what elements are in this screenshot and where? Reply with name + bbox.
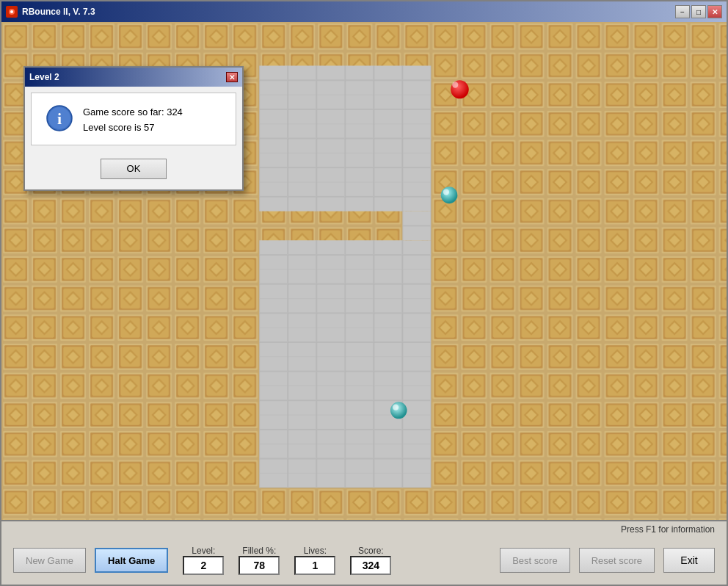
new-game-button[interactable]: New Game bbox=[13, 548, 86, 573]
lives-stat: Lives: 1 bbox=[294, 546, 335, 575]
level-label: Level: bbox=[192, 546, 215, 556]
title-bar: RBounce II, V. 7.3 − □ ✕ bbox=[1, 1, 727, 22]
score-value: 324 bbox=[350, 556, 391, 575]
close-button[interactable]: ✕ bbox=[707, 5, 722, 18]
info-text: Press F1 for information bbox=[621, 524, 715, 535]
info-icon: i bbox=[46, 105, 73, 131]
filled-value: 78 bbox=[239, 556, 280, 575]
modal-text: Game score so far: 324 Level score is 57 bbox=[83, 105, 221, 136]
modal-overlay: Level 2 ✕ i Game score so far: 324 Level… bbox=[1, 22, 727, 520]
window-title: RBounce II, V. 7.3 bbox=[22, 7, 675, 17]
lives-label: Lives: bbox=[304, 546, 327, 556]
game-score-text: Game score so far: 324 bbox=[83, 105, 221, 120]
exit-button[interactable]: Exit bbox=[663, 548, 715, 573]
app-icon bbox=[6, 6, 18, 18]
best-score-button[interactable]: Best score bbox=[500, 548, 569, 573]
halt-game-button[interactable]: Halt Game bbox=[95, 548, 168, 573]
app-window: RBounce II, V. 7.3 − □ ✕ bbox=[0, 0, 728, 586]
info-line: Press F1 for information bbox=[1, 521, 727, 536]
controls-bar: New Game Halt Game Level: 2 Filled %: 78… bbox=[1, 536, 727, 585]
status-bar: Press F1 for information New Game Halt G… bbox=[1, 520, 727, 585]
modal-ok-button[interactable]: OK bbox=[101, 159, 167, 179]
lives-value: 1 bbox=[294, 556, 335, 575]
window-controls: − □ ✕ bbox=[675, 5, 722, 18]
reset-score-button[interactable]: Reset score bbox=[579, 548, 655, 573]
minimize-button[interactable]: − bbox=[675, 5, 690, 18]
svg-text:i: i bbox=[57, 109, 62, 128]
modal-dialog: Level 2 ✕ i Game score so far: 324 Level… bbox=[23, 66, 244, 191]
modal-title: Level 2 bbox=[29, 72, 59, 82]
level-value: 2 bbox=[183, 556, 224, 575]
game-area: Level 2 ✕ i Game score so far: 324 Level… bbox=[1, 22, 727, 520]
level-score-text: Level score is 57 bbox=[83, 120, 221, 136]
modal-title-bar: Level 2 ✕ bbox=[25, 68, 242, 87]
score-label: Score: bbox=[358, 546, 384, 556]
filled-stat: Filled %: 78 bbox=[239, 546, 280, 575]
filled-label: Filled %: bbox=[242, 546, 276, 556]
modal-close-button[interactable]: ✕ bbox=[226, 72, 238, 82]
modal-body: i Game score so far: 324 Level score is … bbox=[31, 93, 236, 145]
maximize-button[interactable]: □ bbox=[691, 5, 706, 18]
score-stat: Score: 324 bbox=[350, 546, 391, 575]
svg-point-2 bbox=[10, 10, 13, 13]
modal-footer: OK bbox=[25, 151, 242, 189]
level-stat: Level: 2 bbox=[183, 546, 224, 575]
